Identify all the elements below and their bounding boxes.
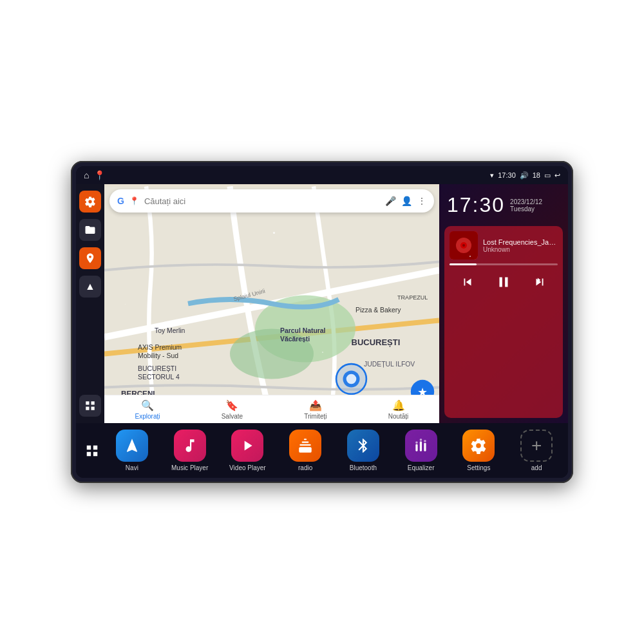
apps-grid: Navi Music Player Video Player: [106, 430, 563, 471]
saved-icon: 🔖: [225, 399, 238, 412]
status-time: 17:30: [498, 171, 516, 179]
music-widget: Lost Frequencies_Janie... Unknown: [444, 226, 563, 418]
status-bar: ⌂ 📍 ▾ 17:30 🔊 18 ▭ ↩: [76, 166, 568, 184]
sidebar-settings-btn[interactable]: [79, 191, 101, 213]
track-artist: Unknown: [483, 246, 558, 253]
map-tab-send[interactable]: 📤 Trimiteți: [304, 399, 327, 420]
svg-text:Toy Merlin: Toy Merlin: [155, 327, 185, 334]
svg-rect-27: [304, 439, 307, 440]
svg-rect-31: [419, 442, 421, 451]
app-settings[interactable]: Settings: [459, 430, 498, 471]
app-radio[interactable]: radio: [286, 430, 325, 471]
svg-text:TRAPEZUL: TRAPEZUL: [397, 294, 428, 301]
navi-label: Navi: [126, 464, 138, 471]
svg-text:AXIS Premium: AXIS Premium: [138, 344, 182, 351]
svg-point-24: [462, 244, 465, 247]
music-player-icon: [174, 430, 206, 462]
map-pin-icon: 📍: [129, 196, 139, 205]
map-search-bar[interactable]: G 📍 🎤 👤 ⋮: [109, 189, 434, 213]
svg-rect-28: [299, 447, 312, 453]
music-info: Lost Frequencies_Janie... Unknown: [450, 231, 558, 260]
screen: ⌂ 📍 ▾ 17:30 🔊 18 ▭ ↩: [76, 166, 568, 478]
video-player-label: Video Player: [229, 464, 266, 471]
app-bluetooth[interactable]: Bluetooth: [344, 430, 383, 471]
home-icon[interactable]: ⌂: [84, 170, 89, 180]
clock-date: 2023/12/12: [510, 198, 542, 205]
battery-icon: ▭: [544, 171, 551, 180]
map-search-icons: 🎤 👤 ⋮: [385, 196, 426, 206]
add-icon: +: [520, 430, 553, 462]
sidebar-nav-btn[interactable]: ▲: [79, 276, 101, 298]
svg-rect-25: [299, 444, 310, 446]
svg-rect-32: [419, 439, 421, 440]
grid-menu-btn[interactable]: [81, 440, 103, 462]
equalizer-label: Equalizer: [408, 464, 435, 471]
svg-text:Văcărești: Văcărești: [280, 336, 310, 343]
app-navi[interactable]: Navi: [113, 430, 151, 471]
music-player-label: Music Player: [171, 464, 208, 471]
app-equalizer[interactable]: Equalizer: [402, 430, 440, 471]
svg-rect-33: [424, 443, 426, 451]
sidebar-location-btn[interactable]: [79, 247, 101, 269]
status-left-icons: ⌂ 📍: [84, 170, 105, 180]
settings-label: Settings: [467, 464, 490, 471]
mic-icon[interactable]: 🎤: [385, 196, 396, 206]
wifi-icon: ▾: [490, 171, 494, 180]
svg-rect-30: [415, 442, 417, 444]
center-area: AXIS Premium Mobility - Sud Pizza & Bake…: [104, 184, 439, 423]
volume-icon: 🔊: [520, 171, 529, 180]
progress-bar[interactable]: [450, 263, 558, 265]
google-logo: G: [117, 196, 124, 206]
progress-fill: [450, 263, 477, 265]
device: ⌂ 📍 ▾ 17:30 🔊 18 ▭ ↩: [71, 161, 573, 483]
svg-point-18: [336, 364, 366, 394]
app-video-player[interactable]: Video Player: [228, 430, 267, 471]
video-player-icon: [231, 430, 263, 462]
clock-date-info: 2023/12/12 Tuesday: [510, 198, 542, 213]
sidebar-folder-btn[interactable]: [79, 219, 101, 241]
svg-rect-34: [424, 440, 426, 442]
map-tab-saved[interactable]: 🔖 Salvate: [222, 399, 243, 420]
sidebar-grid-btn[interactable]: [79, 395, 101, 417]
map-svg: AXIS Premium Mobility - Sud Pizza & Bake…: [104, 184, 439, 423]
prev-button[interactable]: [457, 272, 478, 292]
map-search-input[interactable]: [144, 196, 380, 206]
send-icon: 📤: [309, 399, 322, 412]
account-icon[interactable]: 👤: [401, 196, 412, 206]
svg-text:Parcul Natural: Parcul Natural: [280, 327, 326, 334]
map-tab-news[interactable]: 🔔 Noutăți: [388, 399, 409, 420]
app-music-player[interactable]: Music Player: [171, 430, 209, 471]
navi-icon: [116, 430, 148, 462]
back-icon[interactable]: ↩: [554, 171, 560, 180]
explore-icon: 🔍: [141, 399, 154, 412]
more-icon[interactable]: ⋮: [417, 196, 426, 206]
map-container[interactable]: AXIS Premium Mobility - Sud Pizza & Bake…: [104, 184, 439, 423]
album-art: [450, 231, 478, 260]
album-art-inner: [450, 231, 478, 260]
pause-button[interactable]: [493, 272, 514, 292]
right-panel: 17:30 2023/12/12 Tuesday: [439, 184, 568, 423]
map-tab-explore[interactable]: 🔍 Explorați: [135, 399, 160, 420]
settings-icon: [462, 430, 495, 462]
next-button[interactable]: [529, 272, 550, 292]
map-icon[interactable]: 📍: [94, 170, 105, 180]
track-name: Lost Frequencies_Janie...: [483, 238, 558, 246]
svg-text:Pizza & Bakery: Pizza & Bakery: [355, 307, 401, 314]
clock-widget: 17:30 2023/12/12 Tuesday: [444, 189, 563, 221]
svg-text:BUCUREȘTI: BUCUREȘTI: [138, 365, 176, 372]
main-content: ▲: [76, 184, 568, 423]
battery-level: 18: [533, 171, 540, 179]
clock-weekday: Tuesday: [510, 205, 542, 213]
svg-text:BUCUREȘTI: BUCUREȘTI: [352, 338, 401, 348]
music-controls: [450, 269, 558, 295]
equalizer-icon: [405, 430, 437, 462]
bluetooth-icon: [347, 430, 379, 462]
send-label: Trimiteți: [304, 413, 327, 420]
app-add[interactable]: + add: [517, 430, 556, 471]
app-grid-bar: Navi Music Player Video Player: [76, 423, 568, 478]
saved-label: Salvate: [222, 413, 243, 420]
svg-rect-26: [302, 442, 309, 443]
svg-text:JUDEȚUL ILFOV: JUDEȚUL ILFOV: [364, 361, 415, 368]
svg-rect-29: [415, 444, 417, 451]
radio-icon: [289, 430, 321, 462]
